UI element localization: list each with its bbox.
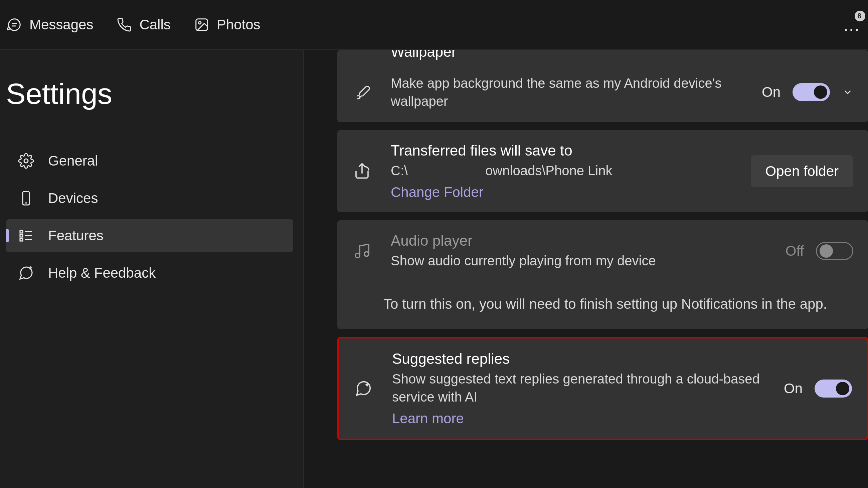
audio-toggle[interactable]	[816, 242, 853, 260]
chevron-down-icon	[842, 87, 853, 98]
phone-icon	[117, 17, 132, 32]
nav-devices[interactable]: Devices	[6, 182, 293, 215]
toggle-state: On	[784, 381, 803, 396]
tab-label: Messages	[29, 17, 93, 33]
notification-badge: 8	[855, 11, 865, 21]
svg-point-4	[198, 21, 201, 24]
card-title: Suggested replies	[392, 351, 765, 367]
svg-rect-12	[20, 238, 23, 241]
music-icon	[352, 241, 372, 261]
brush-icon	[352, 82, 372, 102]
nav-help[interactable]: Help & Feedback	[6, 256, 293, 290]
sparkle-chat-icon	[353, 379, 373, 398]
path-suffix: ownloads\Phone Link	[485, 163, 612, 178]
tab-calls[interactable]: Calls	[117, 17, 170, 33]
features-icon	[18, 228, 34, 244]
card-title: Transferred files will save to	[391, 142, 732, 159]
nav-label: General	[48, 153, 98, 169]
nav-label: Help & Feedback	[48, 265, 156, 281]
device-icon	[18, 190, 34, 206]
card-title: Audio player	[391, 232, 767, 249]
card-desc: Show suggested text replies generated th…	[392, 370, 765, 406]
nav-general[interactable]: General	[6, 144, 293, 177]
chat-icon	[7, 17, 22, 32]
toggle-state: Off	[785, 243, 804, 259]
svg-point-5	[24, 159, 28, 163]
image-icon	[194, 17, 209, 32]
svg-point-14	[355, 253, 360, 258]
redacted-path	[410, 167, 483, 176]
audio-note: To turn this on, you will need to finish…	[337, 284, 868, 329]
svg-rect-10	[20, 234, 23, 237]
gear-icon	[18, 153, 34, 169]
wallpaper-toggle[interactable]	[793, 83, 830, 101]
tab-label: Photos	[217, 17, 260, 33]
svg-rect-8	[20, 230, 23, 233]
top-bar: Messages Calls Photos … 8	[0, 0, 868, 50]
card-title: Wallpaper	[391, 50, 456, 60]
expand-chevron[interactable]	[842, 87, 853, 98]
path-prefix: C:\	[391, 163, 408, 178]
tab-label: Calls	[139, 17, 170, 33]
nav-label: Devices	[48, 190, 98, 206]
nav-list: General Devices Features Help & Feedback	[6, 144, 293, 290]
suggested-replies-toggle[interactable]	[814, 380, 852, 397]
open-folder-button[interactable]: Open folder	[751, 155, 853, 187]
main-panel: Wallpaper Make app background the same a…	[304, 50, 868, 488]
more-menu[interactable]: … 8	[843, 15, 861, 35]
nav-features[interactable]: Features	[6, 219, 293, 252]
feedback-icon	[18, 265, 34, 281]
tab-messages[interactable]: Messages	[7, 17, 93, 33]
nav-label: Features	[48, 228, 103, 244]
top-tabs: Messages Calls Photos	[7, 17, 260, 33]
page-title: Settings	[6, 77, 293, 111]
suggested-replies-card: Suggested replies Show suggested text re…	[337, 337, 868, 440]
change-folder-link[interactable]: Change Folder	[391, 184, 732, 200]
toggle-state: On	[762, 84, 780, 100]
save-path: C:\ownloads\Phone Link	[391, 162, 732, 180]
topbar-right: … 8	[843, 15, 861, 35]
tab-photos[interactable]: Photos	[194, 17, 260, 33]
card-desc: Make app background the same as my Andro…	[391, 74, 743, 110]
learn-more-link[interactable]: Learn more	[392, 411, 765, 427]
sidebar: Settings General Devices Features Help &…	[0, 50, 304, 488]
card-desc: Show audio currently playing from my dev…	[391, 252, 767, 270]
audio-player-card: Audio player Show audio currently playin…	[337, 220, 868, 329]
svg-point-15	[364, 252, 369, 256]
share-icon	[352, 161, 372, 181]
transferred-files-card: Transferred files will save to C:\ownloa…	[337, 130, 868, 212]
wallpaper-card: Wallpaper Make app background the same a…	[337, 50, 868, 122]
